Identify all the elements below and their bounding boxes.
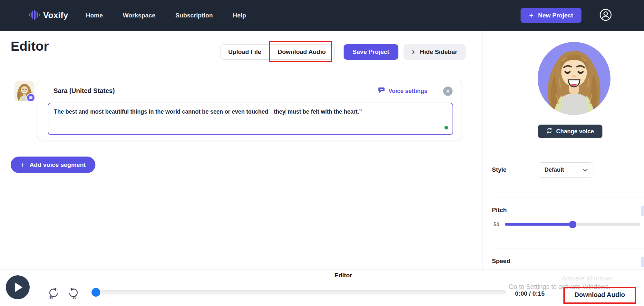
close-icon: ✕ (446, 89, 450, 94)
play-icon (15, 282, 23, 292)
player-title: Editor (322, 272, 364, 279)
pitch-value-bubble (641, 206, 644, 216)
plus-icon: + (529, 12, 533, 19)
nav-item-workspace[interactable]: Workspace (123, 12, 155, 19)
speed-value-bubble (641, 257, 644, 267)
playback-time: 0:00 / 0:15 (515, 290, 545, 297)
user-profile-icon (598, 7, 613, 23)
add-voice-segment-label: Add voice segment (30, 161, 86, 168)
editor-toolbar: Upload File Download Audio Save Project … (220, 44, 466, 60)
hide-sidebar-label: Hide Sidebar (420, 48, 457, 56)
nav-item-subscription[interactable]: Subscription (175, 12, 213, 19)
swap-refresh-icon (546, 128, 552, 135)
app-window: Voxify Home Workspace Subscription Help … (0, 0, 644, 306)
selected-voice-avatar (538, 42, 610, 115)
save-project-button[interactable]: Save Project (344, 44, 398, 60)
pitch-slider-thumb[interactable] (569, 221, 576, 228)
svg-text:10: 10 (49, 295, 53, 299)
pitch-value: -50 (492, 222, 499, 228)
voice-name: Sara (United States) (54, 87, 115, 95)
speed-label: Speed (492, 258, 510, 265)
chevron-down-icon (583, 168, 588, 172)
audio-player-bar: Editor 10 10 Activate Windows Go to Sett… (0, 270, 644, 306)
speech-bubble-icon (378, 87, 385, 95)
voice-settings-sidebar: Change voice Style Default Pitch -50 Spe… (483, 31, 644, 270)
download-audio-button[interactable]: Download Audio (269, 44, 334, 60)
voice-language-badge-icon (26, 93, 35, 102)
style-selected-value: Default (544, 167, 564, 173)
style-dropdown[interactable]: Default (538, 162, 593, 178)
skip-forward-10-button[interactable]: 10 (67, 287, 81, 300)
playback-progress-track[interactable] (91, 290, 506, 294)
playback-progress-thumb[interactable] (92, 288, 100, 297)
voice-settings-label: Voice settings (388, 88, 427, 95)
plus-icon: + (20, 160, 25, 169)
sidebar-divider (492, 154, 644, 154)
change-voice-label: Change voice (556, 128, 594, 135)
pitch-slider-fill (505, 223, 572, 226)
page-title: Editor (11, 39, 49, 54)
sidebar-divider (492, 198, 644, 198)
remove-segment-button[interactable]: ✕ (443, 87, 453, 96)
svg-text:10: 10 (73, 295, 76, 299)
windows-watermark-line1: Activate Windows (561, 275, 612, 282)
upload-file-button[interactable]: Upload File (220, 44, 269, 60)
brand-name: Voxify (43, 10, 68, 20)
nav-item-help[interactable]: Help (233, 12, 246, 19)
download-audio-bottom-button[interactable]: Download Audio (565, 291, 635, 299)
skip-back-10-button[interactable]: 10 (46, 287, 60, 300)
top-nav: Voxify Home Workspace Subscription Help … (0, 0, 644, 31)
ready-status-dot (444, 126, 448, 129)
add-voice-segment-button[interactable]: + Add voice segment (11, 157, 95, 173)
pitch-label: Pitch (492, 207, 507, 214)
nav-links: Home Workspace Subscription Help (86, 12, 246, 19)
playback-progress-slider[interactable] (91, 288, 506, 297)
segment-text-after-caret: must be felt with the heart.” (286, 108, 362, 115)
windows-watermark-line2: Go to Settings to activate Windows. (509, 283, 610, 291)
play-button[interactable] (6, 275, 30, 299)
new-project-button[interactable]: + New Project (521, 8, 581, 23)
change-voice-button[interactable]: Change voice (538, 125, 602, 138)
pitch-slider[interactable] (505, 218, 640, 231)
voxify-logo-icon (28, 9, 40, 22)
voice-settings-button[interactable]: Voice settings (378, 87, 427, 95)
new-project-label: New Project (538, 12, 573, 19)
profile-button[interactable] (598, 7, 613, 23)
sidebar-divider (492, 249, 644, 249)
style-label: Style (492, 166, 506, 173)
voice-segment-card: Sara (United States) Voice settings ✕ Th… (37, 80, 462, 140)
segment-voice-avatar[interactable] (15, 81, 34, 101)
hide-sidebar-button[interactable]: › Hide Sidebar (404, 44, 466, 60)
segment-text-before-caret: The best and most beautiful things in th… (54, 108, 286, 115)
nav-right: + New Project (521, 7, 613, 23)
nav-item-home[interactable]: Home (86, 12, 103, 19)
brand[interactable]: Voxify (28, 9, 68, 22)
segment-text-input[interactable]: The best and most beautiful things in th… (48, 103, 453, 135)
